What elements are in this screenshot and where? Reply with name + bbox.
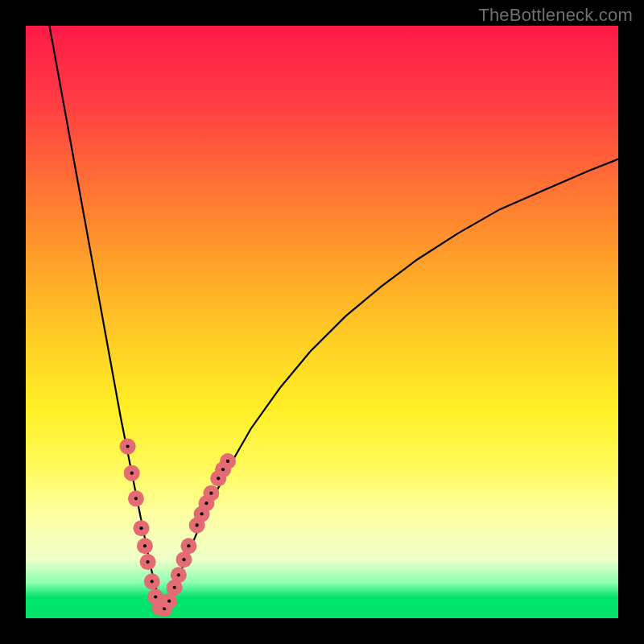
marker-dot-core bbox=[217, 477, 220, 480]
marker-dot-core bbox=[147, 560, 150, 564]
chart-svg bbox=[26, 26, 618, 618]
marker-dot-core bbox=[154, 595, 157, 598]
marker-dot-core bbox=[182, 558, 185, 561]
marker-dot-core bbox=[126, 444, 129, 448]
marker-dot-core bbox=[139, 526, 142, 530]
curve-right-arm bbox=[163, 159, 618, 609]
marker-dot-core bbox=[151, 580, 154, 583]
marker-dot-core bbox=[130, 472, 134, 475]
plot-area bbox=[26, 26, 618, 618]
marker-dot-core bbox=[200, 512, 203, 515]
marker-dot-core bbox=[204, 502, 208, 505]
chart-frame: TheBottleneck.com bbox=[0, 0, 644, 644]
marker-group bbox=[120, 439, 236, 617]
marker-dot-core bbox=[196, 523, 199, 526]
marker-dot-core bbox=[173, 586, 176, 589]
watermark-text: TheBottleneck.com bbox=[478, 5, 633, 26]
marker-dot-core bbox=[143, 544, 147, 547]
marker-dot-core bbox=[167, 600, 171, 603]
marker-dot-core bbox=[209, 492, 213, 495]
marker-dot-core bbox=[177, 573, 180, 576]
marker-dot-core bbox=[226, 460, 229, 463]
marker-dot-core bbox=[187, 544, 190, 547]
marker-dot-core bbox=[134, 497, 138, 500]
